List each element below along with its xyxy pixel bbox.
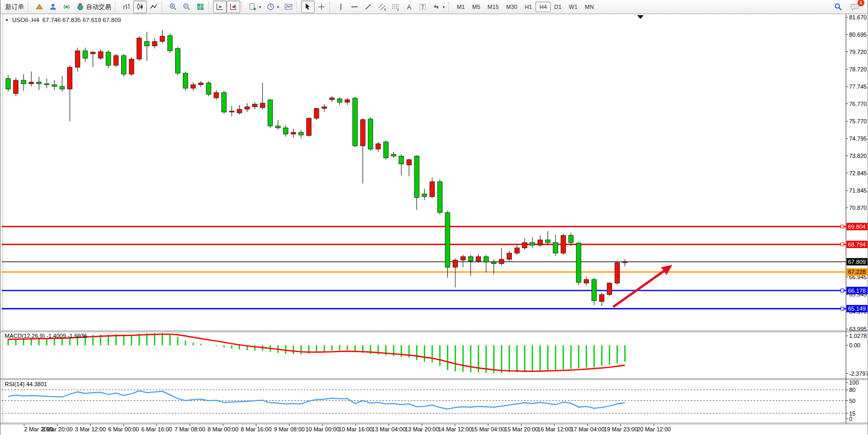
timeframe-w1-button[interactable]: W1 bbox=[565, 2, 582, 12]
svg-text:19 Mar 23:00: 19 Mar 23:00 bbox=[604, 426, 638, 432]
toolbar-separator bbox=[115, 2, 119, 12]
toolbar-separator bbox=[448, 2, 452, 12]
chart-template-button[interactable] bbox=[282, 1, 295, 13]
chart-title[interactable]: ▼ USOil-,H4 67.746 67.835 67.619 67.809 bbox=[5, 17, 121, 23]
svg-text:74.795: 74.795 bbox=[849, 135, 867, 142]
candles-icon bbox=[136, 3, 144, 11]
chevron-down-icon[interactable]: ▾ bbox=[443, 5, 445, 9]
svg-text:1.0278: 1.0278 bbox=[849, 333, 867, 339]
arrows-button[interactable]: ▾ bbox=[430, 1, 447, 13]
svg-text:0: 0 bbox=[849, 416, 852, 422]
equidistant-channel-button[interactable]: E bbox=[375, 1, 389, 13]
svg-text:20 Mar 12:00: 20 Mar 12:00 bbox=[637, 426, 671, 432]
svg-text:10 Mar 16:00: 10 Mar 16:00 bbox=[339, 426, 373, 432]
svg-text:15 Mar 20:00: 15 Mar 20:00 bbox=[505, 426, 539, 432]
docplus-icon bbox=[249, 3, 257, 11]
chart-canvas[interactable]: 81.67080.69579.72078.72077.74576.77075.7… bbox=[1, 14, 868, 435]
trend-icon bbox=[364, 3, 372, 11]
svg-text:A: A bbox=[407, 4, 411, 11]
timeframe-h1-button[interactable]: H1 bbox=[521, 2, 535, 12]
new-chart-button[interactable]: ▾ bbox=[246, 1, 264, 13]
chevron-down-icon[interactable]: ▾ bbox=[259, 5, 261, 9]
chart-dropdown-icon[interactable]: ▼ bbox=[5, 18, 9, 23]
fibonacci-button[interactable]: F bbox=[389, 1, 402, 13]
period-selector-button[interactable]: ▾ bbox=[264, 1, 282, 13]
toolbar-status: 1 bbox=[831, 1, 865, 13]
svg-text:3 Mar 12:00: 3 Mar 12:00 bbox=[75, 426, 106, 432]
timeframe-m1-button[interactable]: M1 bbox=[453, 2, 468, 12]
svg-text:78.720: 78.720 bbox=[849, 66, 867, 72]
auto-trading-button[interactable]: 自动交易 bbox=[73, 1, 114, 13]
template-icon bbox=[284, 3, 293, 11]
notifications-button[interactable]: 1 bbox=[848, 1, 862, 13]
tile-windows-button[interactable] bbox=[194, 1, 207, 13]
svg-text:67.228: 67.228 bbox=[848, 269, 866, 275]
new-order-button[interactable]: 新订单 bbox=[3, 1, 27, 13]
svg-text:67.809: 67.809 bbox=[848, 259, 866, 265]
pyramid-button[interactable] bbox=[33, 1, 46, 13]
horizontal-line-button[interactable] bbox=[348, 1, 361, 13]
svg-text:14 Mar 12:00: 14 Mar 12:00 bbox=[438, 426, 472, 432]
svg-text:9 Mar 08:00: 9 Mar 08:00 bbox=[274, 426, 305, 432]
zoomout-icon bbox=[183, 3, 191, 11]
svg-text:69.804: 69.804 bbox=[848, 224, 866, 230]
zoom-in-button[interactable] bbox=[166, 1, 180, 13]
svg-text:70.870: 70.870 bbox=[849, 205, 867, 211]
fibo-icon: F bbox=[391, 3, 400, 11]
svg-text:76.770: 76.770 bbox=[849, 101, 867, 107]
text-button[interactable]: A bbox=[402, 1, 416, 13]
new-order-label: 新订单 bbox=[5, 3, 24, 12]
svg-text:RSI(14) 44.3801: RSI(14) 44.3801 bbox=[5, 381, 47, 387]
line-chart-button[interactable] bbox=[147, 1, 160, 13]
zoomin-icon bbox=[169, 3, 177, 11]
chart-window[interactable]: 81.67080.69579.72078.72077.74576.77075.7… bbox=[1, 14, 868, 435]
signals-button[interactable] bbox=[60, 1, 73, 13]
signal-icon bbox=[62, 3, 71, 11]
svg-text:17 Mar 04:00: 17 Mar 04:00 bbox=[571, 426, 605, 432]
timeframe-m30-button[interactable]: M30 bbox=[502, 2, 521, 12]
svg-text:MACD(12,26,9) -1.4009 -1.6936: MACD(12,26,9) -1.4009 -1.6936 bbox=[5, 333, 87, 339]
auto-scroll-button[interactable] bbox=[213, 1, 227, 13]
toolbar-separator bbox=[162, 2, 165, 12]
svg-text:72.845: 72.845 bbox=[849, 170, 867, 176]
svg-text:66.178: 66.178 bbox=[848, 288, 866, 294]
svg-text:E: E bbox=[384, 8, 387, 11]
chartshift-icon bbox=[229, 3, 238, 11]
vertical-line-button[interactable] bbox=[334, 1, 348, 13]
timeframe-h4-button[interactable]: H4 bbox=[535, 2, 550, 12]
svg-text:10 Mar 00:00: 10 Mar 00:00 bbox=[305, 426, 339, 432]
toolbar: 新订单自动交易▾▾EFAT▾M1M5M15M30H1H4D1W1MN 1 bbox=[1, 0, 867, 14]
cursor-icon bbox=[304, 3, 312, 11]
zoom-out-button[interactable] bbox=[180, 1, 194, 13]
timeframe-mn-button[interactable]: MN bbox=[581, 2, 597, 12]
svg-text:F: F bbox=[398, 8, 400, 12]
cursor-button[interactable] bbox=[301, 1, 315, 13]
chartplay-icon bbox=[216, 3, 224, 11]
svg-text:71.845: 71.845 bbox=[849, 187, 867, 194]
svg-text:75.770: 75.770 bbox=[849, 118, 867, 124]
chevron-down-icon[interactable]: ▾ bbox=[277, 5, 279, 9]
vline-icon bbox=[337, 3, 345, 11]
toolbar-separator bbox=[241, 2, 245, 12]
svg-text:80.695: 80.695 bbox=[849, 31, 867, 38]
svg-text:6 Mar 16:00: 6 Mar 16:00 bbox=[141, 426, 172, 432]
svg-text:13 Mar 04:00: 13 Mar 04:00 bbox=[372, 426, 406, 432]
crosshair-button[interactable] bbox=[315, 1, 328, 13]
clock-icon bbox=[266, 3, 275, 11]
timeframe-m15-button[interactable]: M15 bbox=[484, 2, 502, 12]
search-icon bbox=[834, 3, 842, 11]
toolbar-separator bbox=[28, 2, 31, 12]
trendline-button[interactable] bbox=[361, 1, 375, 13]
notification-badge: 1 bbox=[857, 0, 865, 7]
timeframe-d1-button[interactable]: D1 bbox=[551, 2, 565, 12]
timeframe-m5-button[interactable]: M5 bbox=[468, 2, 484, 12]
chart-shift-button[interactable] bbox=[227, 1, 240, 13]
toolbar-separator bbox=[208, 2, 212, 12]
svg-text:8 Mar 00:00: 8 Mar 00:00 bbox=[208, 426, 239, 432]
search-button[interactable] bbox=[831, 1, 845, 13]
candle-chart-button[interactable] bbox=[133, 1, 147, 13]
profile-button[interactable] bbox=[46, 1, 60, 13]
bar-chart-button[interactable] bbox=[120, 1, 133, 13]
svg-text:50: 50 bbox=[849, 398, 855, 404]
text-label-button[interactable]: T bbox=[416, 1, 430, 13]
